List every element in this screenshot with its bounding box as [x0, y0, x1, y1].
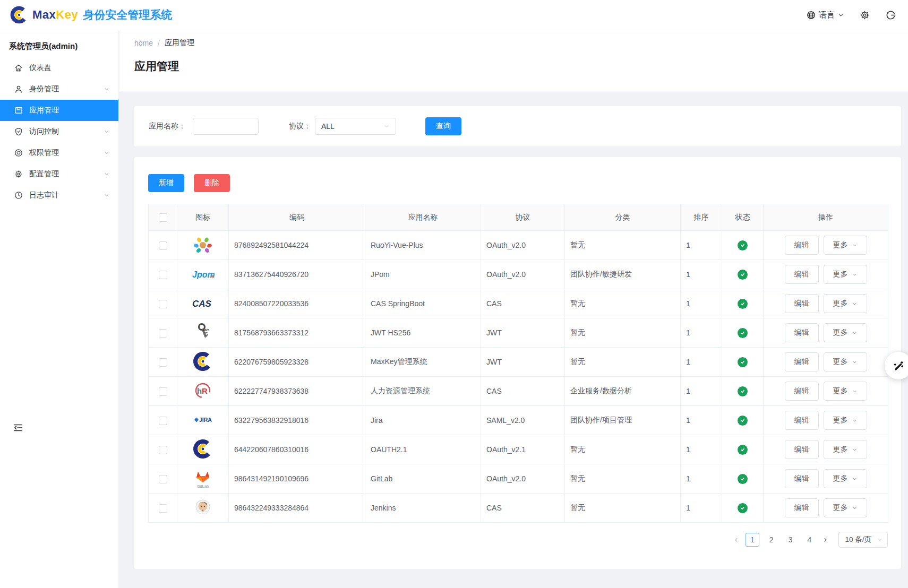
sidebar-item-apps[interactable]: 应用管理 [0, 100, 118, 121]
search-button[interactable]: 查询 [425, 117, 461, 135]
settings-gear-icon[interactable] [859, 10, 870, 21]
sidebar: 系统管理员(admin) 仪表盘 身份管理 应用管理 访问控 [0, 30, 119, 588]
app-code: 986432249333284864 [229, 494, 365, 523]
chevron-down-icon [852, 301, 858, 307]
more-button[interactable]: 更多 [824, 469, 867, 488]
edit-button[interactable]: 编辑 [785, 236, 819, 255]
sidebar-item-identity[interactable]: 身份管理 [0, 79, 118, 100]
add-button[interactable]: 新增 [148, 174, 184, 192]
table-header-row: 图标 编码 应用名称 协议 分类 排序 状态 [149, 204, 888, 231]
row-checkbox[interactable] [159, 417, 167, 425]
more-button[interactable]: 更多 [824, 382, 867, 401]
svg-text:Jpom: Jpom [192, 270, 215, 279]
row-actions: 编辑 更多 [785, 382, 867, 401]
row-checkbox[interactable] [159, 300, 167, 308]
edit-button[interactable]: 编辑 [785, 382, 819, 401]
edit-button[interactable]: 编辑 [785, 440, 819, 459]
page-size-value: 10 条/页 [845, 535, 871, 544]
table-row: JIRA 632279563832918016 Jira SAML_v2.0 团… [149, 406, 888, 435]
app-code: 837136275440926720 [229, 260, 365, 289]
column-header: 图标 [177, 204, 229, 231]
breadcrumb-separator: / [158, 39, 160, 47]
more-button[interactable]: 更多 [824, 265, 867, 284]
more-button[interactable]: 更多 [824, 498, 867, 517]
row-checkbox[interactable] [159, 387, 167, 396]
more-button[interactable]: 更多 [824, 352, 867, 371]
row-checkbox[interactable] [159, 504, 167, 513]
status-enabled-icon [738, 474, 748, 484]
sidebar-item-dashboard[interactable]: 仪表盘 [0, 57, 118, 79]
row-checkbox[interactable] [159, 358, 167, 367]
select-all-checkbox[interactable] [159, 213, 167, 222]
edit-button[interactable]: 编辑 [785, 352, 819, 371]
app-name-input[interactable] [193, 118, 259, 135]
app-sort: 1 [681, 377, 722, 406]
sidebar-item-config[interactable]: 配置管理 [0, 163, 118, 185]
magic-wand-button[interactable] [885, 352, 908, 379]
breadcrumb: home / 应用管理 [134, 38, 908, 48]
row-actions: 编辑 更多 [785, 236, 867, 255]
sidebar-item-permissions[interactable]: 权限管理 [0, 142, 118, 163]
sidebar-item-access[interactable]: 访问控制 [0, 121, 118, 142]
topbar-actions: 语言 [806, 10, 896, 21]
status-enabled-icon [738, 240, 748, 250]
row-checkbox[interactable] [159, 475, 167, 483]
maxkey-icon [191, 349, 215, 374]
edit-button[interactable]: 编辑 [785, 469, 819, 488]
more-button[interactable]: 更多 [824, 323, 867, 342]
more-button[interactable]: 更多 [824, 440, 867, 459]
status-enabled-icon [738, 299, 748, 309]
page-size-select[interactable]: 10 条/页 [838, 532, 888, 548]
sidebar-collapse-icon[interactable] [12, 422, 24, 434]
app-sort: 1 [681, 494, 722, 523]
protocol-select[interactable]: ALL [315, 118, 396, 135]
more-button[interactable]: 更多 [824, 411, 867, 430]
edit-button[interactable]: 编辑 [785, 323, 819, 342]
page-number[interactable]: 4 [802, 533, 816, 547]
app-protocol: JWT [481, 318, 565, 348]
more-button[interactable]: 更多 [824, 294, 867, 313]
status-enabled-icon [738, 270, 748, 280]
chevron-down-icon [852, 476, 858, 482]
more-button[interactable]: 更多 [824, 236, 867, 255]
next-page-icon[interactable] [822, 537, 829, 543]
app-category: 暂无 [565, 318, 681, 348]
more-button-label: 更多 [833, 328, 848, 338]
sidebar-item-label: 配置管理 [29, 169, 104, 179]
logout-icon[interactable] [885, 10, 896, 21]
row-checkbox[interactable] [159, 241, 167, 250]
prev-page-icon[interactable] [733, 537, 740, 543]
breadcrumb-home-link[interactable]: home [134, 39, 153, 47]
app-protocol: JWT [481, 348, 565, 377]
app-code: 644220607860310016 [229, 435, 365, 464]
edit-button[interactable]: 编辑 [785, 265, 819, 284]
row-actions: 编辑 更多 [785, 352, 867, 371]
jpom-icon: Jpom [191, 262, 215, 286]
column-header: 分类 [565, 204, 681, 231]
page-numbers: 1 2 3 4 [744, 533, 818, 547]
delete-button[interactable]: 删除 [194, 174, 230, 192]
edit-button[interactable]: 编辑 [785, 294, 819, 313]
protocol-label: 协议： [289, 122, 311, 131]
page-number[interactable]: 3 [784, 533, 798, 547]
edit-button[interactable]: 编辑 [785, 411, 819, 430]
app-name-label: 应用名称： [149, 122, 186, 131]
page-number[interactable]: 1 [746, 533, 759, 547]
table-row: 876892492581044224 RuoYi-Vue-Plus OAuth_… [149, 231, 888, 260]
app-name: OAUTH2.1 [365, 435, 481, 464]
row-checkbox[interactable] [159, 329, 167, 338]
row-actions: 编辑 更多 [785, 265, 867, 284]
svg-text:R: R [202, 386, 208, 395]
row-checkbox[interactable] [159, 446, 167, 454]
page-number[interactable]: 2 [765, 533, 778, 547]
gear-icon [14, 169, 23, 179]
row-checkbox[interactable] [159, 271, 167, 279]
column-header: 应用名称 [365, 204, 481, 231]
sidebar-item-audit[interactable]: 日志审计 [0, 185, 118, 206]
language-menu[interactable]: 语言 [806, 10, 844, 20]
app-name: Jenkins [365, 494, 481, 523]
app-protocol: CAS [481, 289, 565, 318]
edit-button[interactable]: 编辑 [785, 498, 819, 517]
more-button-label: 更多 [833, 357, 848, 367]
shield-icon [14, 127, 23, 136]
